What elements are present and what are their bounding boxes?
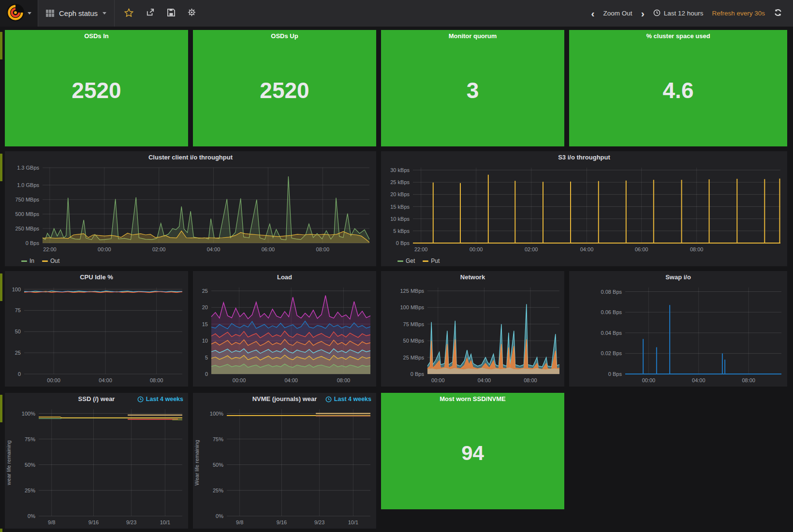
svg-text:0 Bps: 0 Bps <box>26 240 40 246</box>
panel-title[interactable]: S3 i/o throughput <box>381 151 787 164</box>
save-icon[interactable] <box>167 9 175 18</box>
legend-item[interactable]: Get <box>397 258 415 264</box>
svg-text:0: 0 <box>205 371 208 377</box>
svg-text:20: 20 <box>202 304 208 310</box>
panel-title[interactable]: Monitor quorum <box>381 30 564 43</box>
svg-text:04:00: 04:00 <box>692 377 705 383</box>
svg-text:25%: 25% <box>213 488 223 493</box>
chevron-right-icon[interactable]: › <box>641 8 645 18</box>
svg-text:25: 25 <box>202 288 208 294</box>
stat-panel-osds-up: OSDs Up 2520 <box>193 30 376 146</box>
row-toggle-strip[interactable] <box>0 154 2 181</box>
panel-cpu-idle: CPU Idle % 100755025000:0004:0008:00 <box>5 271 188 387</box>
svg-text:9/8: 9/8 <box>236 519 243 525</box>
svg-text:100: 100 <box>12 287 21 292</box>
settings-gear-icon[interactable] <box>188 8 196 18</box>
panel-title[interactable]: Cluster client i/o throughput <box>5 151 376 164</box>
clock-icon <box>325 396 332 403</box>
dashboard-picker[interactable]: Ceph status <box>38 0 115 27</box>
svg-text:25 kBps: 25 kBps <box>390 179 410 185</box>
stat-panel-cluster-space: % cluster space used 4.6 <box>569 30 787 146</box>
panel-title[interactable]: OSDs Up <box>193 30 376 43</box>
svg-text:10 kBps: 10 kBps <box>390 216 410 222</box>
panel-title[interactable]: OSDs In <box>5 30 188 43</box>
svg-text:10: 10 <box>202 338 208 344</box>
panel-swap-io: Swap i/o 0.08 Bps0.06 Bps0.04 Bps0.02 Bp… <box>569 271 787 387</box>
svg-text:5 kBps: 5 kBps <box>393 228 410 234</box>
svg-text:9/23: 9/23 <box>126 519 136 525</box>
svg-text:08:00: 08:00 <box>690 246 704 252</box>
chevron-left-icon[interactable]: ‹ <box>591 8 595 18</box>
svg-text:0: 0 <box>18 371 21 377</box>
grafana-menu[interactable] <box>0 0 38 27</box>
svg-text:0%: 0% <box>216 513 223 519</box>
row-toggle-strip[interactable] <box>0 273 2 301</box>
svg-text:0%: 0% <box>28 513 35 519</box>
svg-text:20 kBps: 20 kBps <box>390 191 410 197</box>
panel-cluster-io: Cluster client i/o throughput 1.3 GBps1.… <box>5 151 376 266</box>
s3-io-chart[interactable]: 30 kBps25 kBps20 kBps15 kBps10 kBps5 kBp… <box>381 164 787 256</box>
svg-text:04:00: 04:00 <box>207 246 220 252</box>
svg-text:0.02 Bps: 0.02 Bps <box>601 350 622 356</box>
svg-text:1.3 GBps: 1.3 GBps <box>17 165 39 171</box>
svg-text:50%: 50% <box>213 462 223 468</box>
time-override-link[interactable]: Last 4 weeks <box>137 393 183 405</box>
ssd-wear-chart[interactable]: 100%75%50%25%0%9/89/169/2310/1wear life … <box>5 405 188 529</box>
legend-item[interactable]: In <box>21 258 34 264</box>
share-icon[interactable] <box>146 9 155 18</box>
clock-icon <box>137 396 144 403</box>
svg-text:02:00: 02:00 <box>525 246 538 252</box>
dashboard-grid-icon <box>46 10 54 17</box>
panel-title[interactable]: CPU Idle % <box>5 271 188 284</box>
chevron-down-icon <box>103 12 106 14</box>
svg-text:00:00: 00:00 <box>98 246 111 252</box>
svg-text:08:00: 08:00 <box>150 377 163 383</box>
svg-text:25: 25 <box>15 350 21 356</box>
svg-text:06:00: 06:00 <box>635 246 648 252</box>
row-toggle-strip[interactable] <box>0 529 2 532</box>
svg-text:0 Bps: 0 Bps <box>411 371 425 377</box>
time-range-picker[interactable]: Last 12 hours <box>653 9 704 18</box>
stat-value: 4.6 <box>569 34 787 146</box>
panel-title[interactable]: SSD (/) wear Last 4 weeks <box>5 393 188 405</box>
refresh-interval-label[interactable]: Refresh every 30s <box>712 10 765 17</box>
stat-panel-monitor-quorum: Monitor quorum 3 <box>381 30 564 146</box>
stat-value: 3 <box>381 34 564 146</box>
panel-title[interactable]: Most worn SSD/NVME <box>381 393 564 405</box>
row-toggle-strip[interactable] <box>0 32 2 59</box>
refresh-icon[interactable] <box>774 9 782 18</box>
network-chart[interactable]: 125 MBps100 MBps75 MBps50 MBps25 MBps0 B… <box>381 284 564 387</box>
svg-text:100%: 100% <box>210 411 223 417</box>
panel-title[interactable]: Network <box>381 271 564 284</box>
panel-title[interactable]: NVME (journals) wear Last 4 weeks <box>193 393 376 405</box>
panel-load: Load 252015105000:0004:0008:00 <box>193 271 376 387</box>
cluster-io-chart[interactable]: 1.3 GBps1.0 GBps750 MBps500 MBps250 MBps… <box>5 164 376 256</box>
cpu-idle-chart[interactable]: 100755025000:0004:0008:00 <box>5 284 188 387</box>
time-override-link[interactable]: Last 4 weeks <box>325 393 371 405</box>
svg-text:15 kBps: 15 kBps <box>390 204 410 210</box>
nvme-wear-chart[interactable]: 100%75%50%25%0%9/89/169/2310/1Wear life … <box>193 405 376 529</box>
svg-text:Wear life remaining: Wear life remaining <box>194 440 200 486</box>
legend-item[interactable]: Out <box>42 258 59 264</box>
svg-text:00:00: 00:00 <box>470 246 483 252</box>
panel-title[interactable]: Load <box>193 271 376 284</box>
panel-title[interactable]: Swap i/o <box>569 271 787 284</box>
stat-value: 2520 <box>193 34 376 146</box>
svg-text:08:00: 08:00 <box>524 377 537 383</box>
legend-item[interactable]: Put <box>423 258 440 264</box>
load-chart[interactable]: 252015105000:0004:0008:00 <box>193 284 376 387</box>
svg-text:06:00: 06:00 <box>262 246 275 252</box>
svg-text:750 MBps: 750 MBps <box>15 197 39 202</box>
row-toggle-strip[interactable] <box>0 395 2 422</box>
svg-text:04:00: 04:00 <box>478 377 491 383</box>
zoom-out-button[interactable]: Zoom Out <box>603 10 632 17</box>
svg-text:1.0 GBps: 1.0 GBps <box>17 182 39 188</box>
svg-text:04:00: 04:00 <box>99 377 112 383</box>
panel-title[interactable]: % cluster space used <box>569 30 787 43</box>
svg-text:9/8: 9/8 <box>48 519 55 525</box>
panel-nvme-wear: NVME (journals) wear Last 4 weeks 100%75… <box>193 393 376 529</box>
svg-text:22:00: 22:00 <box>414 246 428 252</box>
swap-io-chart[interactable]: 0.08 Bps0.06 Bps0.04 Bps0.02 Bps0 Bps00:… <box>569 284 787 387</box>
panel-network: Network 125 MBps100 MBps75 MBps50 MBps25… <box>381 271 564 387</box>
star-icon[interactable] <box>124 8 133 19</box>
